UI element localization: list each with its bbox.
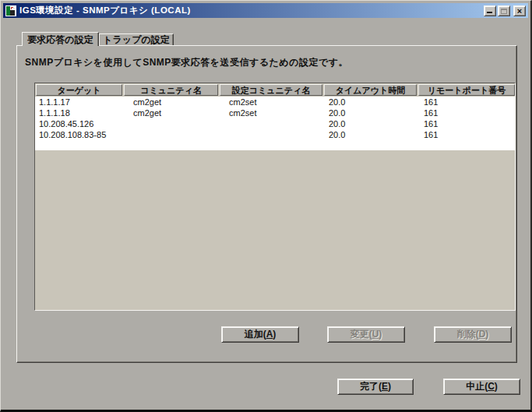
- cell-set-community: cm2set: [219, 107, 323, 118]
- snmp-proxy-table[interactable]: ターゲット コミュニティ名 設定コミュニティ名 タイムアウト時間 リモートポート…: [34, 83, 516, 311]
- cell-remote-port: 161: [417, 97, 515, 107]
- close-icon: ×: [514, 6, 525, 16]
- table-row[interactable]: 1.1.1.17 cm2get cm2set 20.0 161: [35, 97, 515, 107]
- maximize-button[interactable]: [498, 5, 510, 16]
- column-header-timeout[interactable]: タイムアウト時間: [324, 84, 417, 96]
- dialog-window: IGS環境設定 - SNMPプロキシ (LOCAL) × 要求応答の設定 トラッ…: [0, 0, 532, 412]
- cell-timeout: 20.0: [323, 107, 417, 118]
- table-row[interactable]: 1.1.1.18 cm2get cm2set 20.0 161: [35, 107, 515, 118]
- description-text: SNMPプロキシを使用してSNMP要求応答を送受信するための設定です。: [25, 56, 348, 69]
- cell-community: cm2get: [123, 97, 219, 107]
- modify-button[interactable]: 変更(U): [327, 326, 405, 343]
- cell-set-community: [219, 129, 323, 140]
- tab-request-response-settings[interactable]: 要求応答の設定: [22, 32, 99, 46]
- minimize-icon: [487, 12, 492, 13]
- cell-set-community: cm2set: [219, 97, 323, 107]
- app-icon: [5, 5, 16, 16]
- column-header-remote-port[interactable]: リモートポート番号: [418, 84, 515, 96]
- cell-timeout: 20.0: [323, 118, 417, 129]
- minimize-button[interactable]: [484, 5, 496, 16]
- cell-community: cm2get: [123, 107, 219, 118]
- cell-target: 1.1.1.18: [35, 107, 123, 118]
- add-button[interactable]: 追加(A): [221, 326, 299, 343]
- column-header-set-community[interactable]: 設定コミュニティ名: [220, 84, 322, 96]
- column-header-community[interactable]: コミュニティ名: [124, 84, 218, 96]
- cell-target: 1.1.1.17: [35, 97, 123, 107]
- title-bar[interactable]: IGS環境設定 - SNMPプロキシ (LOCAL) ×: [3, 3, 528, 18]
- cell-remote-port: 161: [417, 107, 515, 118]
- table-header-row: ターゲット コミュニティ名 設定コミュニティ名 タイムアウト時間 リモートポート…: [35, 83, 515, 97]
- cancel-button[interactable]: 中止(C): [443, 379, 520, 395]
- close-button[interactable]: ×: [513, 5, 526, 16]
- maximize-icon: [501, 9, 507, 14]
- cell-timeout: 20.0: [323, 129, 417, 140]
- column-header-target[interactable]: ターゲット: [36, 84, 122, 96]
- tab-panel: SNMPプロキシを使用してSNMP要求応答を送受信するための設定です。 ターゲッ…: [16, 45, 517, 363]
- cell-timeout: 20.0: [323, 97, 417, 107]
- cell-remote-port: 161: [417, 118, 515, 129]
- cell-target: 10.208.45.126: [35, 118, 123, 129]
- cell-remote-port: 161: [417, 129, 515, 140]
- cell-target: 10.208.108.83-85: [35, 129, 123, 140]
- cell-community: [123, 118, 219, 129]
- table-row[interactable]: 10.208.108.83-85 20.0 161: [35, 129, 515, 140]
- cell-community: [123, 129, 219, 140]
- finish-button[interactable]: 完了(E): [337, 379, 414, 395]
- window-title: IGS環境設定 - SNMPプロキシ (LOCAL): [19, 3, 482, 18]
- table-body: 1.1.1.17 cm2get cm2set 20.0 161 1.1.1.18…: [35, 97, 515, 150]
- delete-button[interactable]: 削除(D): [434, 326, 512, 343]
- table-row[interactable]: 10.208.45.126 20.0 161: [35, 118, 515, 129]
- tab-trap-settings[interactable]: トラップの設定: [99, 33, 174, 45]
- cell-set-community: [219, 118, 323, 129]
